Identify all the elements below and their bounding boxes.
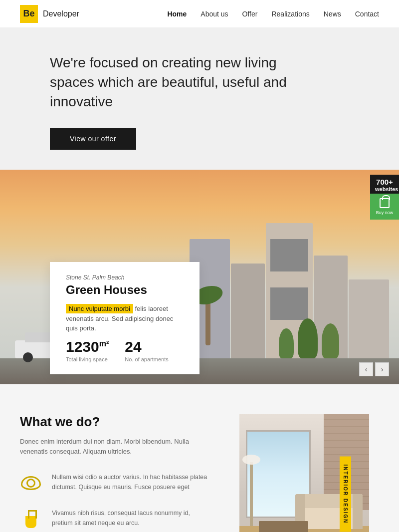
slider-arrows: ‹ › (359, 362, 389, 376)
stat-living-space: 1230m² Total living space (66, 338, 109, 362)
hero-section: We're focused on creating new living spa… (0, 28, 399, 170)
eye-icon-container (20, 472, 42, 494)
what-we-do-section: What we do? Donec enim interdum dui non … (0, 384, 399, 532)
nav-home[interactable]: Home (167, 10, 187, 18)
logo-text: Developer (43, 9, 79, 18)
nav-about[interactable]: About us (200, 10, 228, 18)
stat2-value: 24 (125, 338, 168, 355)
stat-apartments: 24 No. of apartments (125, 338, 168, 362)
prev-arrow[interactable]: ‹ (359, 362, 373, 376)
card-highlight: Nunc vulputate morbi (66, 304, 133, 313)
nav-realizations[interactable]: Realizations (271, 10, 309, 18)
nav-contact[interactable]: Contact (355, 10, 379, 18)
stat1-label: Total living space (66, 356, 109, 362)
promo-badge: 700+ websites (370, 175, 399, 195)
property-info-card: Stone St. Palm Beach Green Houses Nunc v… (50, 262, 200, 374)
wwd-item-1-text: Nullam wisi odio a auctor varius. In hac… (52, 472, 209, 492)
promo-sub: websites (375, 186, 394, 192)
nav-news[interactable]: News (324, 10, 341, 18)
eye-icon (21, 476, 41, 490)
wwd-item-2: Vivamus nibh risus, consequat lacus nonu… (20, 508, 209, 530)
card-title: Green Houses (66, 283, 184, 297)
main-nav: Home About us Offer Realizations News Co… (167, 9, 379, 18)
wwd-content: What we do? Donec enim interdum dui non … (20, 414, 209, 532)
buy-label: Buy now (376, 210, 394, 215)
flask-icon-container (20, 508, 42, 530)
interior-design-label: INTERIOR DESIGN (340, 456, 351, 532)
wwd-image-container: INTERIOR DESIGN (239, 414, 369, 532)
wwd-item-1: Nullam wisi odio a auctor varius. In hac… (20, 472, 209, 494)
next-arrow[interactable]: › (375, 362, 389, 376)
flask-icon (25, 510, 36, 528)
nav-offer[interactable]: Offer (242, 10, 258, 18)
card-stats: 1230m² Total living space 24 No. of apar… (66, 338, 184, 362)
card-highlight-row: Nunc vulputate morbi felis laoreet venen… (66, 304, 184, 333)
wwd-intro: Donec enim interdum dui non diam. Morbi … (20, 437, 209, 458)
hero-slider: Stone St. Palm Beach Green Houses Nunc v… (0, 170, 399, 384)
header: Be Developer Home About us Offer Realiza… (0, 0, 399, 28)
view-offer-button[interactable]: View our offer (50, 128, 136, 150)
hero-title: We're focused on creating new living spa… (50, 53, 289, 112)
promo-number: 700+ (375, 178, 394, 186)
logo-badge: Be (20, 5, 38, 23)
coffee-table (259, 521, 308, 532)
stat2-label: No. of apartments (125, 356, 168, 362)
trees (279, 318, 339, 358)
logo: Be Developer (20, 5, 79, 23)
buy-now-button[interactable]: Buy now (370, 194, 399, 220)
wwd-item-2-text: Vivamus nibh risus, consequat lacus nonu… (52, 508, 209, 528)
lamp-stand (250, 462, 253, 526)
card-location: Stone St. Palm Beach (66, 274, 184, 281)
wwd-title: What we do? (20, 414, 209, 430)
cart-icon (380, 198, 390, 208)
